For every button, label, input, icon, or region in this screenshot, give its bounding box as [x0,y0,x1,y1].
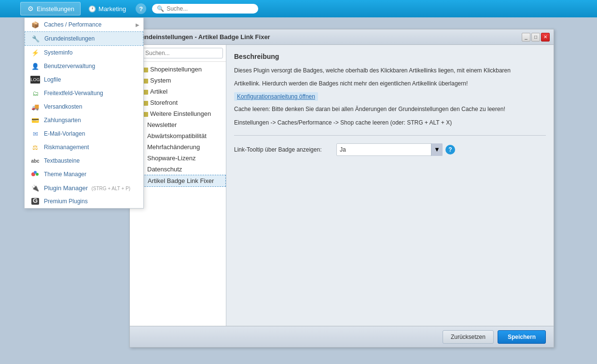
tree-label-artikel: Artikel [150,88,167,95]
marketing-button[interactable]: 🕐 Marketing [83,2,132,15]
logfile-icon: LOG [30,76,40,84]
search-input[interactable] [167,5,253,12]
sidebar-item-zahlung[interactable]: 💳 Zahlungsarten [25,113,143,127]
panel-footer: Zurücksetzen Speichern [130,326,554,347]
tree-item-weitere[interactable]: ▼ Weitere Einstellungen [130,108,226,119]
form-select-wrapper: Ja Nein ▼ ? [336,143,455,156]
close-button[interactable]: ✕ [541,33,550,42]
description-line1: Dieses Plugin versorgt die Badges, welch… [234,66,546,75]
versand-label: Versandkosten [44,103,82,110]
tree-item-mehrfach[interactable]: 📄 Mehrfachänderung [130,141,226,153]
grundein-icon: 🔧 [31,35,41,42]
plugin-icon: 🔌 [30,184,40,192]
topbar: Einstellungen 🕐 Marketing ? 🔍 [0,0,597,17]
panel-body: 🔍 ▶ Shopeinstellungen ▶ [130,45,554,347]
tree-label-shopein: Shopeinstellungen [150,66,202,73]
sidebar-item-textbausteine[interactable]: abc Textbausteine [25,154,143,168]
sidebar-item-risiko[interactable]: ⚖ Riskmanagement [25,140,143,154]
sidebar-item-systeminfo[interactable]: ⚡ Systeminfo [25,46,143,59]
logfile-label: Logfile [44,76,61,83]
form-label: Link-Tooltip über Badge anzeigen: [234,146,331,153]
zahlung-icon: 💳 [30,116,40,124]
clock-icon: 🕐 [88,5,96,13]
maximize-button[interactable]: □ [531,33,540,42]
form-row: Link-Tooltip über Badge anzeigen: Ja Nei… [234,143,546,156]
sidebar-item-versand[interactable]: 🚚 Versandkosten [25,100,143,113]
tree-item-storefront[interactable]: ▶ Storefront [130,97,226,108]
content-panel: Beschreibung Dieses Plugin versorgt die … [226,45,554,347]
sidebar-item-email[interactable]: ✉ E-Mail-Vorlagen [25,127,143,140]
save-button[interactable]: Speichern [498,330,546,344]
tree-label-mehrfach: Mehrfachänderung [147,143,200,151]
divider [234,135,546,136]
panel-header: Grundeinstellungen - Artikel Badge Link … [130,29,554,45]
zahlung-label: Zahlungsarten [44,117,81,124]
benutzer-label: Benutzerverwaltung [44,63,95,70]
tree-label-weitere: Weitere Einstellungen [150,110,211,117]
caches-label: Caches / Performance [44,21,101,28]
reset-button[interactable]: Zurücksetzen [443,330,494,344]
tree-label-system: System [150,77,171,84]
tree-content: ▶ Shopeinstellungen ▶ System [130,62,226,347]
tree-label-abwaerts: Abwärtskompatibilität [147,132,207,140]
config-link[interactable]: Konfigurationsanleitung öffnen [234,92,318,101]
help-button-form[interactable]: ? [445,145,455,154]
minimize-button[interactable]: _ [522,33,530,42]
section-title: Beschreibung [234,53,546,60]
sidebar-item-grundeinstellungen[interactable]: 🔧 Grundeinstellungen [25,31,143,46]
tree-panel: 🔍 ▶ Shopeinstellungen ▶ [130,45,226,347]
tree-label-newsletter: Newsletter [147,121,177,128]
theme-icon [30,170,40,178]
svg-point-2 [36,173,39,176]
link-tooltip-select[interactable]: Ja Nein [336,143,443,156]
tree-search-box: 🔍 [133,48,223,58]
benutzer-icon: 👤 [30,62,40,70]
grundein-label: Grundeinstellungen [44,35,95,42]
tree-item-abwaerts[interactable]: 📄 Abwärtskompatibilität [130,130,226,141]
systeminfo-icon: ⚡ [30,49,40,56]
sidebar-item-premium[interactable]: G Premium Plugins [25,195,143,208]
tree-item-artikel[interactable]: ▶ Artikel [130,86,226,97]
tree-item-shopein[interactable]: ▶ Shopeinstellungen [130,64,226,75]
text-icon: abc [30,157,40,165]
select-wrapper: Ja Nein ▼ [336,143,443,156]
einstellungen-button[interactable]: Einstellungen [20,2,81,15]
tree-item-artikel-badge[interactable]: 📄 Artikel Badge Link Fixer [130,175,226,187]
text-label: Textbausteine [44,157,80,164]
help-button[interactable]: ? [136,3,146,14]
plugin-label: Plugin Manager (STRG + ALT + P) [44,184,130,192]
sidebar-item-plugin[interactable]: 🔌 Plugin Manager (STRG + ALT + P) [25,181,143,195]
search-icon: 🔍 [157,5,164,12]
sidebar-item-benutzer[interactable]: 👤 Benutzerverwaltung [25,59,143,73]
cache-line1: Cache leeren: Bitte denken Sie daran bei… [234,105,546,114]
tree-item-datenschutz[interactable]: 📄 Datenschutz [130,164,226,175]
einstellungen-label: Einstellungen [37,5,74,13]
theme-label: Theme Manager [44,171,86,178]
search-container: 🔍 [152,4,258,14]
dropdown-menu: 📦 Caches / Performance 🔧 Grundeinstellun… [24,17,144,209]
risiko-label: Riskmanagement [44,144,89,151]
sidebar-item-theme[interactable]: Theme Manager [25,168,143,181]
sidebar-item-caches[interactable]: 📦 Caches / Performance [25,18,143,31]
risiko-icon: ⚖ [30,143,40,151]
systeminfo-label: Systeminfo [44,49,72,56]
cache-line2: Einstellungen -> Caches/Performance -> S… [234,118,546,127]
settings-panel: Grundeinstellungen - Artikel Badge Link … [129,29,554,348]
tree-item-system[interactable]: ▶ System [130,75,226,86]
tree-label-storefront: Storefront [150,99,178,106]
tree-item-newsletter[interactable]: 📄 Newsletter [130,119,226,130]
tree-label-datenschutz: Datenschutz [147,166,182,173]
marketing-label: Marketing [98,5,126,13]
email-icon: ✉ [30,130,40,138]
gear-icon [27,5,34,13]
tree-item-shopware[interactable]: 📄 Shopware-Lizenz [130,153,226,164]
email-label: E-Mail-Vorlagen [44,130,85,137]
premium-icon: G [30,197,40,205]
sidebar-item-logfile[interactable]: LOG Logfile [25,73,143,86]
tree-label-shopware: Shopware-Lizenz [147,154,195,162]
panel-title: Grundeinstellungen - Artikel Badge Link … [134,33,270,41]
caches-icon: 📦 [30,21,40,28]
svg-text:G: G [33,197,38,204]
sidebar-item-freitext[interactable]: 🗂 Freitextfeld-Verwaltung [25,86,143,100]
tree-search-input[interactable] [145,50,220,56]
